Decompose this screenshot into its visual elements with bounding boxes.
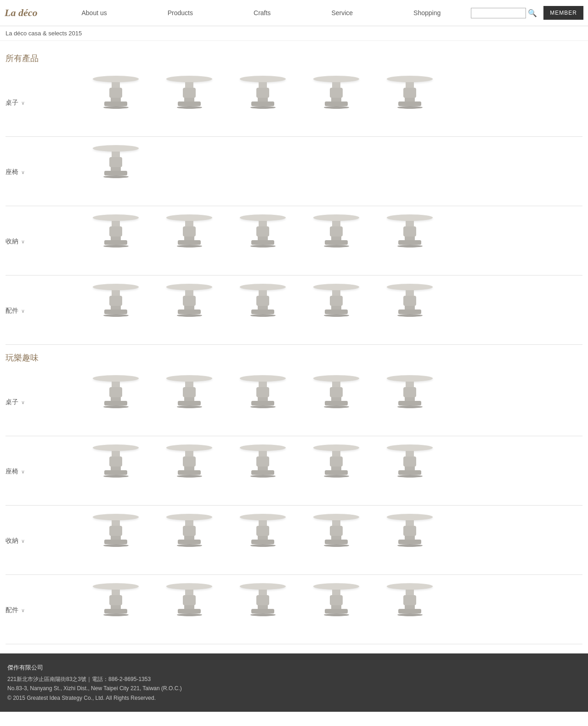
member-button[interactable]: MEMBER — [543, 6, 583, 20]
chevron-down-icon: ∨ — [21, 100, 25, 106]
product-thumbnail — [164, 514, 215, 564]
nav-shopping[interactable]: Shopping — [413, 9, 441, 17]
product-thumbnail — [164, 375, 215, 426]
list-item[interactable] — [226, 579, 300, 638]
product-thumbnail — [311, 375, 362, 426]
chevron-down-icon: ∨ — [21, 169, 25, 175]
product-grid-1-0 — [79, 371, 582, 430]
list-item[interactable] — [373, 371, 447, 430]
category-label-1-0[interactable]: 桌子∨ — [6, 371, 79, 406]
product-thumbnail — [90, 583, 141, 634]
list-item[interactable] — [300, 210, 373, 270]
section-1: 玩樂趣味桌子∨ — [6, 352, 582, 644]
list-item[interactable] — [226, 371, 300, 430]
list-item[interactable] — [300, 440, 373, 500]
product-thumbnail — [90, 445, 141, 495]
category-label-0-0[interactable]: 桌子∨ — [6, 71, 79, 107]
list-item[interactable] — [373, 440, 447, 500]
list-item[interactable] — [373, 279, 447, 339]
product-thumbnail — [90, 76, 141, 126]
chevron-down-icon: ∨ — [21, 608, 25, 613]
category-name: 桌子 — [6, 99, 18, 107]
category-label-1-2[interactable]: 收納∨ — [6, 509, 79, 545]
list-item[interactable] — [226, 71, 300, 131]
product-thumbnail — [90, 214, 141, 265]
list-item[interactable] — [373, 509, 447, 569]
list-item[interactable] — [226, 509, 300, 569]
product-thumbnail — [384, 445, 435, 495]
nav-products[interactable]: Products — [168, 9, 193, 17]
list-item[interactable] — [226, 279, 300, 339]
category-name: 收納 — [6, 537, 18, 545]
product-thumbnail — [237, 583, 288, 634]
site-logo[interactable]: La déco — [5, 7, 37, 19]
category-name: 桌子 — [6, 398, 18, 406]
category-label-0-3[interactable]: 配件∨ — [6, 279, 79, 315]
list-item[interactable] — [79, 141, 153, 200]
category-label-0-1[interactable]: 座椅∨ — [6, 141, 79, 176]
list-item[interactable] — [373, 71, 447, 131]
list-item[interactable] — [153, 579, 226, 638]
search-input[interactable] — [471, 8, 526, 18]
list-item[interactable] — [79, 579, 153, 638]
product-thumbnail — [311, 514, 362, 564]
chevron-down-icon: ∨ — [21, 469, 25, 475]
product-thumbnail — [90, 514, 141, 564]
category-row-1-0: 桌子∨ — [6, 367, 582, 436]
list-item[interactable] — [300, 279, 373, 339]
product-thumbnail — [311, 445, 362, 495]
category-name: 座椅 — [6, 467, 18, 476]
product-thumbnail — [311, 76, 362, 126]
category-label-1-3[interactable]: 配件∨ — [6, 579, 79, 614]
product-thumbnail — [384, 514, 435, 564]
search-button[interactable]: 🔍 — [526, 9, 539, 17]
category-label-1-1[interactable]: 座椅∨ — [6, 440, 79, 476]
footer-company: 傑作有限公司 — [7, 663, 581, 673]
list-item[interactable] — [300, 509, 373, 569]
list-item[interactable] — [300, 371, 373, 430]
list-item[interactable] — [153, 279, 226, 339]
nav-about[interactable]: About us — [81, 9, 107, 17]
nav-crafts[interactable]: Crafts — [254, 9, 271, 17]
category-row-0-1: 座椅∨ — [6, 137, 582, 206]
category-name: 配件 — [6, 606, 18, 614]
list-item[interactable] — [226, 210, 300, 270]
list-item[interactable] — [226, 440, 300, 500]
category-label-0-2[interactable]: 收納∨ — [6, 210, 79, 246]
list-item[interactable] — [153, 210, 226, 270]
list-item[interactable] — [79, 509, 153, 569]
product-grid-1-1 — [79, 440, 582, 500]
list-item[interactable] — [79, 71, 153, 131]
list-item[interactable] — [79, 371, 153, 430]
product-thumbnail — [384, 583, 435, 634]
product-thumbnail — [384, 214, 435, 265]
list-item[interactable] — [300, 579, 373, 638]
product-grid-0-2 — [79, 210, 582, 270]
nav-service[interactable]: Service — [331, 9, 353, 17]
product-thumbnail — [237, 514, 288, 564]
list-item[interactable] — [300, 71, 373, 131]
product-thumbnail — [164, 445, 215, 495]
list-item[interactable] — [373, 579, 447, 638]
list-item[interactable] — [79, 210, 153, 270]
product-grid-0-0 — [79, 71, 582, 131]
chevron-down-icon: ∨ — [21, 308, 25, 314]
list-item[interactable] — [153, 371, 226, 430]
footer-address-en: No.83-3, Nanyang St., Xizhi Dist., New T… — [7, 684, 581, 693]
section-title-0: 所有產品 — [6, 53, 582, 64]
list-item[interactable] — [79, 279, 153, 339]
product-grid-1-3 — [79, 579, 582, 638]
footer: 傑作有限公司 221新北市汐止區南陽街83之3號｜電話：886-2-8695-1… — [0, 653, 588, 712]
list-item[interactable] — [79, 440, 153, 500]
footer-copyright: © 2015 Greatest Idea Strategy Co., Ltd. … — [7, 693, 581, 703]
category-row-1-1: 座椅∨ — [6, 436, 582, 506]
chevron-down-icon: ∨ — [21, 239, 25, 245]
list-item[interactable] — [153, 71, 226, 131]
list-item[interactable] — [373, 210, 447, 270]
product-thumbnail — [237, 76, 288, 126]
product-thumbnail — [164, 76, 215, 126]
search-container: 🔍 — [471, 8, 539, 18]
list-item[interactable] — [153, 440, 226, 500]
list-item[interactable] — [153, 509, 226, 569]
category-row-0-0: 桌子∨ — [6, 68, 582, 137]
